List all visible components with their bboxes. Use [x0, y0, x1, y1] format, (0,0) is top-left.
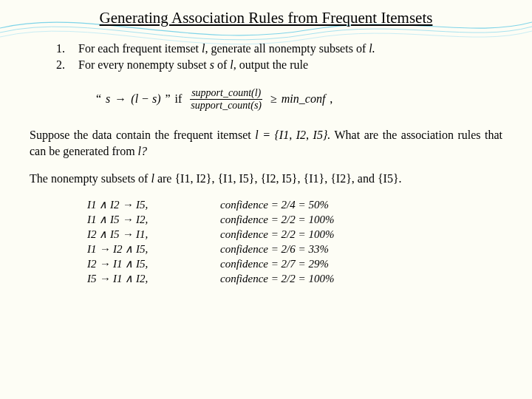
slide-title: Generating Association Rules from Freque…	[30, 9, 502, 27]
table-row: I2 → I1 ∧ I5,confidence = 2/7 = 29%	[81, 256, 406, 271]
rules-table: I1 ∧ I2 → I5,confidence = 2/4 = 50% I1 ∧…	[81, 197, 502, 286]
slide-body: Generating Association Rules from Freque…	[0, 0, 532, 301]
list-item: 1. For each frequent itemset l, generate…	[56, 41, 502, 57]
numbered-list: 1. For each frequent itemset l, generate…	[56, 41, 502, 72]
item-text: For every nonempty subset s of l, output…	[78, 57, 308, 73]
item-number: 1.	[56, 41, 78, 57]
table-row: I1 → I2 ∧ I5,confidence = 2/6 = 33%	[81, 242, 406, 256]
paragraph-subsets: The nonempty subsets of l are {I1, I2}, …	[30, 171, 502, 187]
table-row: I1 ∧ I5 → I2,confidence = 2/2 = 100%	[81, 212, 406, 227]
table-row: I5 → I1 ∧ I2,confidence = 2/2 = 100%	[81, 271, 406, 286]
list-item: 2. For every nonempty subset s of l, out…	[56, 57, 502, 73]
rule-formula: “s → (l − s)” if support_count(l) suppor…	[96, 87, 502, 111]
table-row: I1 ∧ I2 → I5,confidence = 2/4 = 50%	[81, 197, 406, 212]
item-number: 2.	[56, 57, 78, 73]
paragraph-example: Suppose the data contain the frequent it…	[30, 127, 502, 160]
item-text: For each frequent itemset l, generate al…	[78, 41, 375, 57]
table-row: I2 ∧ I5 → I1,confidence = 2/2 = 100%	[81, 227, 406, 242]
fraction: support_count(l) support_count(s)	[189, 87, 263, 111]
